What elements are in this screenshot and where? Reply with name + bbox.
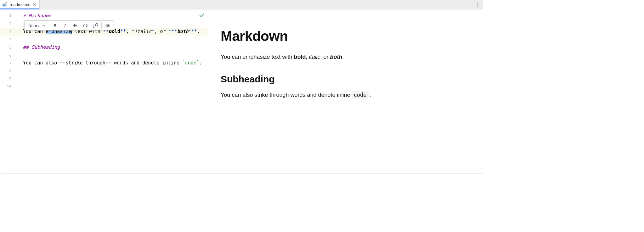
preview-paragraph: You can also strike through words and de…	[221, 91, 470, 99]
chevron-down-icon	[43, 24, 46, 27]
strikethrough-button[interactable]	[71, 21, 80, 30]
svg-point-7	[106, 24, 107, 25]
line-number-gutter: 1 2 3 4 5 6 7 8 9 10	[0, 9, 21, 174]
tab-readme[interactable]: MD readme.md	[0, 0, 40, 9]
code-area[interactable]: # Markdown You can emphasize text with *…	[21, 9, 208, 174]
svg-point-8	[106, 25, 107, 26]
paragraph-style-dropdown[interactable]: Normal	[26, 21, 48, 30]
svg-point-9	[106, 26, 107, 27]
paragraph-style-label: Normal	[28, 23, 42, 28]
line-number: 10	[0, 83, 21, 91]
line-number: 2	[0, 20, 21, 28]
editor-pane: 1 2 3 4 5 6 7 8 9 10 # Markdown You can …	[0, 9, 208, 174]
svg-point-3	[477, 4, 478, 5]
svg-rect-10	[107, 24, 110, 25]
list-button[interactable]	[103, 21, 112, 30]
svg-rect-11	[107, 25, 110, 26]
line-number: 6	[0, 51, 21, 59]
preview-h1: Markdown	[221, 28, 470, 44]
tab-filename: readme.md	[10, 2, 31, 7]
markdown-file-icon: MD	[2, 2, 8, 8]
line-number: 4	[0, 36, 21, 43]
code-button[interactable]	[81, 21, 90, 30]
svg-rect-12	[107, 26, 110, 27]
toolbar-separator	[101, 22, 102, 29]
line-number: 7	[0, 59, 21, 67]
svg-point-2	[477, 3, 478, 3]
more-options-icon[interactable]	[475, 2, 481, 8]
tab-bar: MD readme.md	[0, 0, 483, 9]
preview-paragraph: You can emphasize text with bold, italic…	[221, 53, 470, 61]
bold-button[interactable]	[50, 21, 60, 30]
svg-text:MD: MD	[3, 4, 6, 6]
italic-button[interactable]	[60, 21, 70, 30]
format-toolbar: Normal	[24, 20, 114, 30]
toolbar-separator	[49, 22, 49, 29]
line-number: 1	[0, 12, 21, 20]
line-number: 5	[0, 43, 21, 51]
link-button[interactable]	[91, 21, 100, 30]
line-number: 9	[0, 75, 21, 83]
preview-pane: Markdown You can emphasize text with bol…	[208, 9, 483, 174]
preview-h2: Subheading	[221, 74, 470, 85]
line-number: 8	[0, 67, 21, 75]
split-view: 1 2 3 4 5 6 7 8 9 10 # Markdown You can …	[0, 9, 483, 174]
close-icon[interactable]	[32, 3, 37, 7]
svg-point-4	[477, 6, 478, 7]
line-number: 3	[0, 28, 21, 36]
